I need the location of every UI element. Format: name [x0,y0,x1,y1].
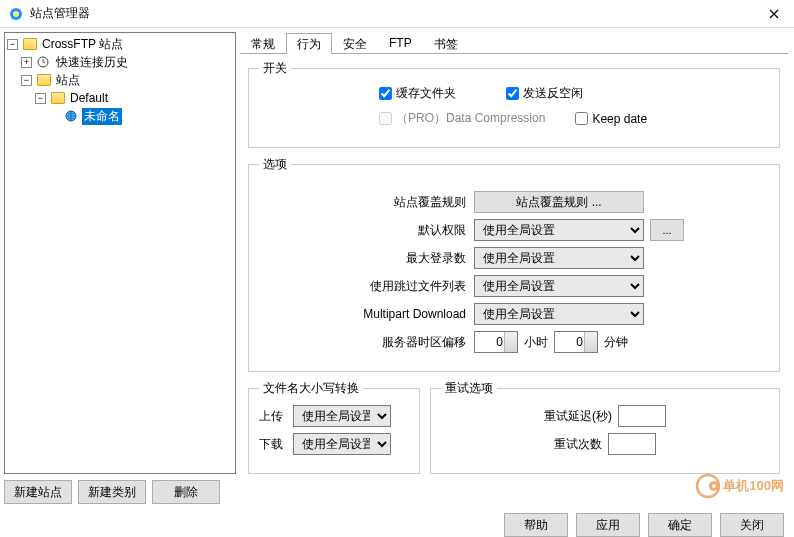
pro-compression-checkbox[interactable]: （PRO）Data Compression [379,110,545,127]
max-login-label: 最大登录数 [259,250,474,267]
upload-case-select[interactable]: 使用全局设置 [293,405,391,427]
tz-min-spinner[interactable]: ▲▼ [554,331,598,353]
collapse-icon[interactable]: − [7,39,18,50]
default-perm-label: 默认权限 [259,222,474,239]
retry-count-label: 重试次数 [554,436,608,453]
upload-label: 上传 [259,408,293,425]
expand-icon[interactable]: + [21,57,32,68]
tree-sites[interactable]: − 站点 [7,71,233,89]
download-label: 下载 [259,436,293,453]
tab-content: 开关 缓存文件夹 发送反空闲 （PRO）Data Compression Kee… [240,54,788,508]
footer: 帮助 应用 确定 关闭 [0,508,794,537]
apply-button[interactable]: 应用 [576,513,640,537]
retry-fieldset: 重试选项 重试延迟(秒) 重试次数 [430,380,780,474]
left-panel: − CrossFTP 站点 + 快速连接历史 − 站点 − Default [0,28,240,508]
right-panel: 常规 行为 安全 FTP 书签 开关 缓存文件夹 发送反空闲 （PRO）Data… [240,28,794,508]
clock-icon [37,56,51,68]
retry-count-input[interactable] [608,433,656,455]
delete-button[interactable]: 删除 [152,480,220,504]
default-perm-select[interactable]: 使用全局设置 [474,219,644,241]
app-icon [8,6,24,22]
tab-general[interactable]: 常规 [240,33,286,54]
tree-root[interactable]: − CrossFTP 站点 [7,35,233,53]
multipart-download-label: Multipart Download [259,307,474,321]
retry-delay-input[interactable] [618,405,666,427]
ok-button[interactable]: 确定 [648,513,712,537]
tz-hour-unit: 小时 [524,334,548,351]
tree-label-selected: 未命名 [82,108,122,125]
titlebar: 站点管理器 [0,0,794,28]
retry-legend: 重试选项 [441,380,497,397]
tz-hour-spinner[interactable]: ▲▼ [474,331,518,353]
site-override-button[interactable]: 站点覆盖规则 ... [474,191,644,213]
default-perm-ellipsis[interactable]: ... [650,219,684,241]
switch-legend: 开关 [259,60,291,77]
tree-history[interactable]: + 快速连接历史 [7,53,233,71]
multipart-download-select[interactable]: 使用全局设置 [474,303,644,325]
options-legend: 选项 [259,156,291,173]
max-login-select[interactable]: 使用全局设置 [474,247,644,269]
main-content: − CrossFTP 站点 + 快速连接历史 − 站点 − Default [0,28,794,508]
folder-icon [37,74,51,86]
switch-fieldset: 开关 缓存文件夹 发送反空闲 （PRO）Data Compression Kee… [248,60,780,148]
tab-bar: 常规 行为 安全 FTP 书签 [240,32,788,54]
download-case-select[interactable]: 使用全局设置 [293,433,391,455]
tree-label: 站点 [54,72,82,89]
tree-default[interactable]: − Default [7,89,233,107]
tz-offset-label: 服务器时区偏移 [259,334,474,351]
new-site-button[interactable]: 新建站点 [4,480,72,504]
skip-file-list-label: 使用跳过文件列表 [259,278,474,295]
help-button[interactable]: 帮助 [504,513,568,537]
tree-label: 快速连接历史 [54,54,130,71]
close-footer-button[interactable]: 关闭 [720,513,784,537]
site-override-label: 站点覆盖规则 [259,194,474,211]
new-category-button[interactable]: 新建类别 [78,480,146,504]
folder-icon [23,38,37,50]
tab-bookmark[interactable]: 书签 [423,33,469,54]
tz-min-unit: 分钟 [604,334,628,351]
tree-label: Default [68,91,110,105]
tree-button-row: 新建站点 新建类别 删除 [4,480,236,504]
site-tree[interactable]: − CrossFTP 站点 + 快速连接历史 − 站点 − Default [4,32,236,474]
case-legend: 文件名大小写转换 [259,380,363,397]
collapse-icon[interactable]: − [35,93,46,104]
folder-icon [51,92,65,104]
retry-delay-label: 重试延迟(秒) [544,408,618,425]
tab-behavior[interactable]: 行为 [286,33,332,54]
cache-folder-checkbox[interactable]: 缓存文件夹 [379,85,456,102]
close-button[interactable] [762,4,786,24]
tab-ftp[interactable]: FTP [378,33,423,54]
case-fieldset: 文件名大小写转换 上传 使用全局设置 下载 使用全局设置 [248,380,420,474]
tree-unnamed[interactable]: 未命名 [7,107,233,125]
tree-label: CrossFTP 站点 [40,36,125,53]
globe-icon [65,110,79,122]
skip-file-list-select[interactable]: 使用全局设置 [474,275,644,297]
collapse-icon[interactable]: − [21,75,32,86]
send-antiidle-checkbox[interactable]: 发送反空闲 [506,85,583,102]
tab-security[interactable]: 安全 [332,33,378,54]
keep-date-checkbox[interactable]: Keep date [575,112,647,126]
svg-point-1 [13,11,19,17]
window-title: 站点管理器 [30,5,762,22]
options-fieldset: 选项 站点覆盖规则 站点覆盖规则 ... 默认权限 使用全局设置 ... 最大登… [248,156,780,372]
